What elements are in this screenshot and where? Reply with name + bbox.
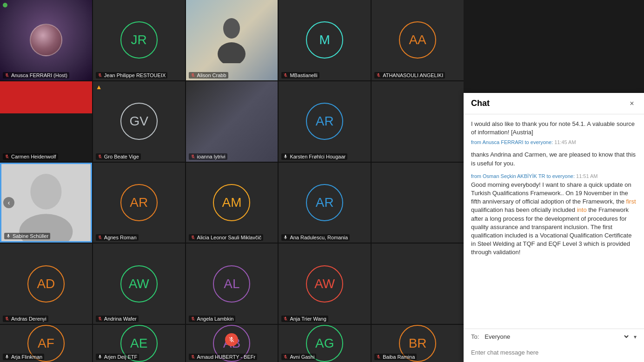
mic-icon-8 bbox=[283, 154, 288, 159]
participant-cell-2: Alison Crabb bbox=[186, 0, 278, 80]
participant-name-9: Sabine Schüller bbox=[4, 233, 50, 239]
participant-avatar-12: AR bbox=[306, 184, 343, 221]
mic-icon-19 bbox=[191, 355, 195, 359]
participant-avatar-15: AL bbox=[213, 265, 250, 303]
chat-to-label: To: bbox=[471, 333, 479, 340]
chat-to-select[interactable]: Everyone bbox=[483, 333, 630, 341]
participant-cell-18: AE Arjen Deij ETF bbox=[93, 325, 185, 362]
chat-header: Chat × bbox=[464, 93, 644, 114]
mic-icon-20 bbox=[283, 355, 288, 359]
mic-icon-13 bbox=[5, 316, 9, 321]
mute-icon-19 bbox=[228, 336, 235, 343]
participant-name-3: MBastianelli bbox=[281, 72, 319, 79]
participant-cell-21: BR Baiba Ramina bbox=[372, 325, 464, 362]
chat-message-meta-2: from Osman Seçkin AKBİYİK TR to everyone… bbox=[471, 173, 637, 179]
participant-avatar-3: M bbox=[306, 21, 343, 59]
participant-avatar-13: AD bbox=[27, 265, 65, 303]
participant-avatar-16: AW bbox=[306, 265, 343, 303]
mic-icon-12 bbox=[283, 235, 288, 240]
svg-point-0 bbox=[223, 18, 240, 39]
participant-cell-overflow bbox=[372, 81, 464, 162]
mic-icon-6 bbox=[98, 154, 102, 159]
chat-panel: Chat × I would also like to thank you fo… bbox=[464, 93, 644, 362]
participant-avatar-11: AM bbox=[213, 184, 250, 221]
mic-icon-14 bbox=[98, 316, 102, 321]
chat-to-row: To: Everyone ▾ bbox=[464, 329, 644, 344]
participant-avatar-4: AA bbox=[399, 21, 436, 59]
participant-avatar-14: AW bbox=[120, 265, 158, 303]
participant-name-16: Anja Trier Wang bbox=[281, 316, 328, 322]
participant-name-19: Arnaud HUBERTY - BEFr bbox=[189, 354, 258, 360]
participant-cell-3: M MBastianelli bbox=[279, 0, 371, 80]
svg-point-3 bbox=[30, 174, 61, 210]
online-indicator bbox=[3, 3, 7, 7]
chat-message-1: thanks Andrina and Carmen, we are please… bbox=[471, 151, 637, 167]
mic-icon-11 bbox=[191, 235, 195, 240]
participant-cell-0: Anusca FERRARI (Host) bbox=[0, 0, 92, 80]
mic-icon-2 bbox=[191, 73, 195, 78]
participant-name-5: Carmen Heidenwolf bbox=[3, 153, 58, 160]
participant-name-2: Alison Crabb bbox=[189, 72, 228, 79]
chat-meta-time-0: 11:45 AM bbox=[554, 139, 576, 145]
participant-name-11: Alicia Leonor Sauli Miklavčič bbox=[189, 234, 264, 241]
chat-meta-time-2: 11:51 AM bbox=[576, 173, 598, 179]
participant-cell-16: AW Anja Trier Wang bbox=[279, 244, 371, 324]
participant-avatar-10: AR bbox=[120, 184, 158, 221]
participant-avatar-8: AR bbox=[306, 103, 343, 140]
mic-icon-10 bbox=[98, 235, 102, 240]
participant-cell-12: AR Ana Radulescu, Romania bbox=[279, 163, 371, 243]
mic-icon-0 bbox=[5, 73, 9, 78]
participant-cell-4: AA ATHANASOULI ANGELIKI bbox=[372, 0, 464, 80]
scroll-left-btn[interactable]: ‹ bbox=[3, 197, 14, 208]
participant-cell-19: AB Arnaud HUBERTY - BEFr bbox=[186, 325, 278, 362]
chat-meta-name-0: from Anusca FERRARI to everyone: bbox=[471, 139, 553, 145]
participant-cell-8: AR Karsten Frøhlci Hougaar bbox=[279, 81, 371, 162]
mic-icon-15 bbox=[191, 316, 195, 321]
chat-message-2: from Osman Seçkin AKBİYİK TR to everyone… bbox=[471, 173, 637, 257]
participant-name-18: Arjen Deij ETF bbox=[96, 354, 139, 360]
chevron-down-icon: ▾ bbox=[634, 334, 637, 340]
mic-icon-18 bbox=[98, 355, 102, 359]
mic-icon-4 bbox=[376, 73, 381, 78]
participant-cell-13: AD Andras Derenyi bbox=[0, 244, 92, 324]
video-placeholder-alison bbox=[213, 17, 250, 63]
participant-name-15: Angela Lambkin bbox=[189, 316, 236, 322]
participant-name-20: Avni Gashi bbox=[281, 354, 316, 360]
participant-name-17: Arja Flinkman bbox=[3, 354, 44, 360]
warning-icon-6: ▲ bbox=[96, 83, 102, 91]
participant-name-7: ioanna lytrivi bbox=[189, 153, 227, 160]
chat-title: Chat bbox=[471, 99, 490, 108]
svg-point-1 bbox=[218, 42, 246, 63]
mic-icon-16 bbox=[283, 316, 288, 321]
participant-cell-1: JR Jean Philippe RESTOUEIX bbox=[93, 0, 185, 80]
participant-name-4: ATHANASOULI ANGELIKI bbox=[374, 72, 445, 79]
participant-avatar-1: JR bbox=[120, 21, 158, 59]
participant-name-1: Jean Philippe RESTOUEIX bbox=[96, 72, 167, 79]
participant-cell-5: Carmen Heidenwolf bbox=[0, 81, 92, 162]
mic-icon-7 bbox=[191, 154, 195, 159]
participant-avatar-6: GV bbox=[120, 103, 158, 140]
chat-close-button[interactable]: × bbox=[627, 99, 637, 108]
participant-name-8: Karsten Frøhlci Hougaar bbox=[281, 153, 347, 160]
mic-icon-3 bbox=[283, 73, 288, 78]
participant-name-21: Baiba Ramina bbox=[374, 354, 417, 360]
participant-cell-15: AL Angela Lambkin bbox=[186, 244, 278, 324]
mic-icon-9 bbox=[6, 234, 11, 238]
participant-name-10: Agnes Roman bbox=[96, 234, 139, 241]
mic-icon-21 bbox=[376, 355, 381, 359]
participant-cell-7: ioanna lytrivi bbox=[186, 81, 278, 162]
chat-message-meta-0: from Anusca FERRARI to everyone: 11:45 A… bbox=[471, 139, 637, 145]
chat-input[interactable] bbox=[471, 349, 637, 356]
participant-name-0: Anusca FERRARI (Host) bbox=[3, 72, 69, 79]
chat-message-text-1: thanks Andrina and Carmen, we are please… bbox=[471, 151, 637, 167]
participant-cell-20: AG Avni Gashi bbox=[279, 325, 371, 362]
mute-btn-19[interactable] bbox=[225, 333, 238, 346]
sabine-video bbox=[1, 164, 91, 242]
participant-name-12: Ana Radulescu, Romania bbox=[281, 234, 350, 241]
mic-icon-5 bbox=[5, 154, 9, 159]
mic-icon-1 bbox=[98, 73, 102, 78]
video-grid: Anusca FERRARI (Host) JR Jean Philippe R… bbox=[0, 0, 464, 362]
participant-name-6: Gro Beate Vige bbox=[96, 153, 141, 160]
participant-cell-10: AR Agnes Roman bbox=[93, 163, 185, 243]
participant-name-14: Andrina Wafer bbox=[96, 316, 139, 322]
